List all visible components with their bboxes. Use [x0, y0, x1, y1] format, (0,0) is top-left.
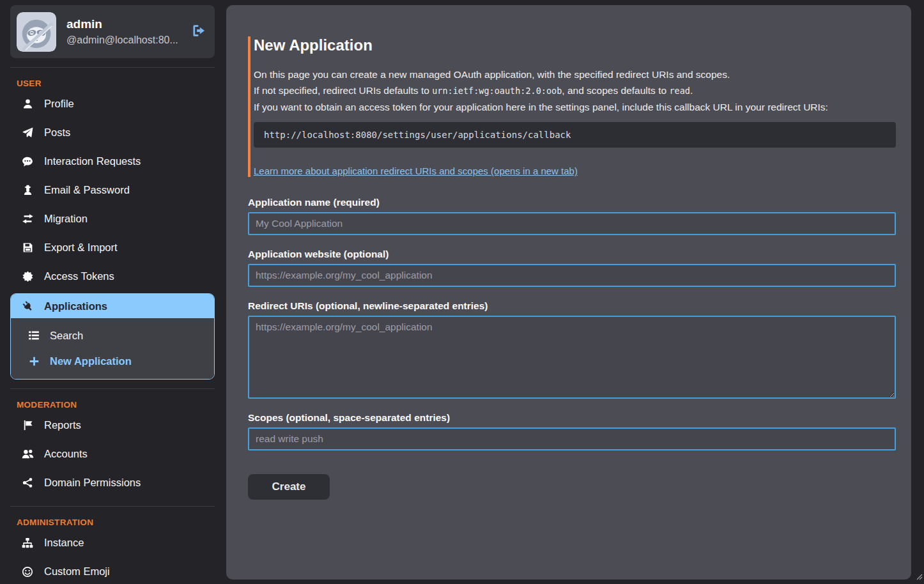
- paper-plane-icon: [21, 127, 34, 138]
- redirect-uris-textarea[interactable]: [248, 316, 896, 399]
- sidebar-item-accounts[interactable]: Accounts: [10, 440, 215, 468]
- avatar: [17, 12, 56, 52]
- sidebar-divider: [10, 67, 215, 68]
- sidebar-item-reports[interactable]: Reports: [10, 411, 215, 440]
- scopes-label: Scopes (optional, space-separated entrie…: [248, 412, 896, 424]
- scopes-input[interactable]: [248, 427, 896, 450]
- field-application-website: Application website (optional): [248, 249, 896, 287]
- inline-code-oob: urn:ietf:wg:oauth:2.0:oob: [432, 86, 562, 96]
- flag-icon: [21, 420, 34, 431]
- sidebar-item-domain-permissions[interactable]: Domain Permissions: [10, 468, 215, 497]
- sidebar-item-applications[interactable]: Applications: [11, 294, 214, 318]
- plus-icon: [27, 356, 40, 367]
- sidebar-item-label: Accounts: [44, 448, 88, 460]
- sidebar-item-label: Email & Password: [44, 184, 130, 196]
- section-header-user: USER: [17, 79, 215, 88]
- learn-more-link[interactable]: Learn more about application redirect UR…: [254, 165, 578, 176]
- sidebar-item-applications-search[interactable]: Search: [11, 323, 214, 348]
- sidebar-item-label: Access Tokens: [44, 270, 114, 282]
- sidebar-item-export-import[interactable]: Export & Import: [10, 233, 215, 262]
- new-application-panel: New Application On this page you can cre…: [226, 5, 911, 580]
- sidebar-item-label: Search: [50, 330, 83, 342]
- new-application-form: Application name (required) Application …: [248, 197, 896, 500]
- logout-button[interactable]: [192, 24, 206, 40]
- sitemap-icon: [21, 537, 34, 549]
- application-website-label: Application website (optional): [248, 249, 896, 260]
- certificate-icon: [21, 271, 34, 282]
- section-header-moderation: MODERATION: [17, 400, 215, 410]
- application-name-input[interactable]: [248, 212, 896, 235]
- sidebar-item-custom-emoji[interactable]: Custom Emoji: [10, 557, 215, 584]
- sidebar-group-applications: Applications Search New Application: [10, 293, 215, 380]
- sidebar-item-access-tokens[interactable]: Access Tokens: [10, 262, 215, 291]
- intro-line-1: On this page you can create a new manage…: [254, 66, 896, 82]
- sidebar-item-applications-new[interactable]: New Application: [11, 348, 214, 374]
- sidebar-item-posts[interactable]: Posts: [10, 118, 215, 147]
- arrows-left-right-icon: [21, 213, 34, 225]
- sidebar-item-label: Profile: [44, 98, 74, 110]
- page-title: New Application: [254, 36, 896, 54]
- field-redirect-uris: Redirect URIs (optional, newline-separat…: [248, 300, 896, 399]
- field-scopes: Scopes (optional, space-separated entrie…: [248, 412, 896, 450]
- sidebar-divider: [10, 506, 215, 507]
- application-name-label: Application name (required): [248, 197, 896, 208]
- username: admin: [66, 16, 181, 33]
- resize-grip[interactable]: [915, 571, 923, 583]
- sidebar-item-label: Migration: [44, 213, 88, 225]
- sidebar-item-label: Applications: [44, 300, 107, 312]
- sidebar-item-label: Posts: [44, 127, 70, 139]
- user-secret-icon: [21, 185, 34, 196]
- sidebar-item-label: Export & Import: [44, 242, 118, 254]
- redirect-uris-label: Redirect URIs (optional, newline-separat…: [248, 300, 896, 312]
- intro-text: On this page you can create a new manage…: [254, 66, 896, 115]
- user-handle: @admin@localhost:80...: [66, 33, 181, 48]
- smile-icon: [21, 566, 34, 578]
- applications-submenu: Search New Application: [11, 318, 214, 379]
- sidebar-item-label: Custom Emoji: [44, 565, 110, 578]
- user-card[interactable]: admin @admin@localhost:80...: [10, 5, 215, 58]
- sidebar-item-migration[interactable]: Migration: [10, 204, 215, 233]
- page-header-block: New Application On this page you can cre…: [248, 36, 896, 177]
- plug-icon: [21, 301, 34, 312]
- comment-dots-icon: [21, 156, 34, 167]
- user-icon: [21, 98, 34, 109]
- field-application-name: Application name (required): [248, 197, 896, 235]
- settings-sidebar: admin @admin@localhost:80... USER Profil…: [0, 0, 226, 584]
- list-icon: [27, 330, 40, 341]
- user-names: admin @admin@localhost:80...: [66, 16, 181, 48]
- sidebar-item-label: Interaction Requests: [44, 155, 141, 167]
- create-button[interactable]: Create: [248, 474, 330, 500]
- callback-url-code-block: http://localhost:8080/settings/user/appl…: [254, 122, 896, 148]
- sidebar-item-label: Instance: [44, 537, 84, 549]
- sign-out-icon: [192, 24, 206, 40]
- sidebar-item-email-password[interactable]: Email & Password: [10, 176, 215, 204]
- sidebar-item-label: Reports: [44, 419, 81, 431]
- intro-line-2: If not specified, redirect URIs defaults…: [254, 82, 896, 99]
- sidebar-divider: [10, 388, 215, 389]
- application-website-input[interactable]: [248, 264, 896, 287]
- floppy-disk-icon: [21, 242, 34, 253]
- sidebar-item-profile[interactable]: Profile: [10, 89, 215, 118]
- sidebar-item-interaction-requests[interactable]: Interaction Requests: [10, 147, 215, 176]
- sidebar-item-label: New Application: [50, 355, 132, 367]
- inline-code-read: read: [669, 86, 690, 96]
- intro-line-3: If you want to obtain an access token fo…: [254, 99, 896, 115]
- sidebar-item-label: Domain Permissions: [44, 477, 141, 489]
- users-icon: [21, 448, 34, 460]
- sidebar-item-instance[interactable]: Instance: [10, 528, 215, 557]
- share-nodes-icon: [21, 477, 34, 488]
- section-header-administration: ADMINISTRATION: [17, 518, 215, 527]
